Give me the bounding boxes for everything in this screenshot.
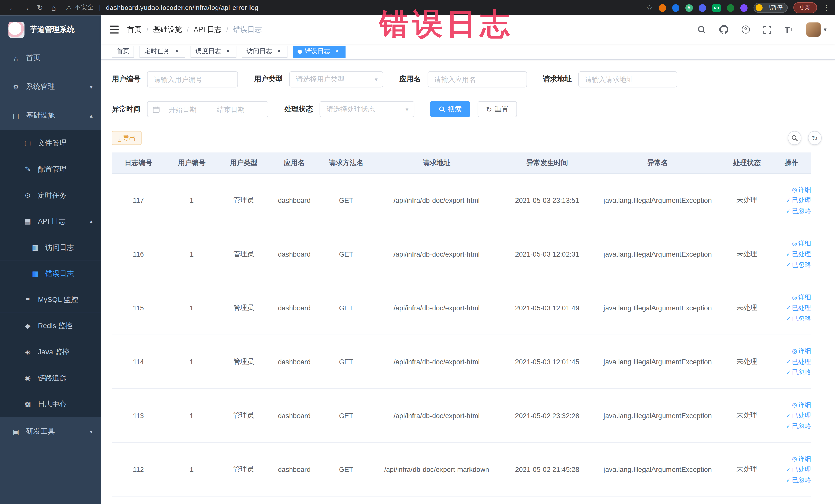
- sidebar-item-cron[interactable]: ⊙ 定时任务: [0, 182, 101, 208]
- user-avatar[interactable]: [806, 22, 821, 37]
- toggle-search-button[interactable]: [788, 131, 801, 145]
- detail-button[interactable]: ◎详细: [792, 185, 811, 194]
- font-size-icon[interactable]: TT: [785, 25, 793, 34]
- forward-icon[interactable]: →: [19, 3, 33, 12]
- mark-processed-button[interactable]: ✓已处理: [786, 249, 811, 259]
- mark-processed-button[interactable]: ✓已处理: [786, 303, 811, 312]
- sidebar-toggle-icon[interactable]: [109, 26, 119, 34]
- extension-icon-purple[interactable]: [740, 4, 748, 12]
- tab-job-log[interactable]: 调度日志 ×: [191, 45, 237, 57]
- close-tab-icon[interactable]: ×: [276, 48, 283, 55]
- sidebar-item-dev-tools[interactable]: ▣ 研发工具 ▾: [0, 417, 101, 446]
- sidebar-item-redis[interactable]: ◆ Redis 监控: [0, 313, 101, 339]
- detail-button[interactable]: ◎详细: [792, 454, 811, 463]
- extension-icon-orange[interactable]: [659, 4, 666, 12]
- sidebar-item-label: 配置管理: [38, 164, 66, 174]
- mark-ignored-button[interactable]: ✓已忽略: [786, 314, 811, 323]
- mark-processed-button[interactable]: ✓已处理: [786, 411, 811, 420]
- home-icon[interactable]: ⌂: [47, 3, 61, 12]
- start-date-input[interactable]: [162, 105, 204, 114]
- cell-status: 未处理: [721, 249, 772, 259]
- app-logo-row[interactable]: 芋道管理系统: [0, 15, 101, 44]
- paused-badge[interactable]: 已暂停: [754, 3, 788, 13]
- tab-access-log[interactable]: 访问日志 ×: [242, 45, 287, 57]
- detail-button[interactable]: ◎详细: [792, 347, 811, 356]
- sidebar-item-system[interactable]: ⚙ 系统管理 ▾: [0, 73, 101, 101]
- close-tab-icon[interactable]: ×: [173, 48, 180, 55]
- filter-row-2: 异常时间 - 处理状态 请选择处理状态: [112, 101, 822, 117]
- refresh-table-button[interactable]: ↻: [808, 131, 822, 145]
- chevron-icon: ▴: [90, 218, 93, 225]
- mark-ignored-button[interactable]: ✓已忽略: [786, 260, 811, 269]
- detail-button[interactable]: ◎详细: [792, 293, 811, 302]
- back-icon[interactable]: ←: [5, 3, 19, 12]
- cell-exception-time: 2021-05-03 12:01:49: [501, 304, 594, 312]
- cell-log-id: 117: [112, 196, 165, 204]
- close-tab-icon[interactable]: ×: [224, 48, 231, 55]
- sidebar-item-trace[interactable]: ◉ 链路追踪: [0, 365, 101, 391]
- mark-processed-button[interactable]: ✓已处理: [786, 357, 811, 366]
- trace-icon: ◉: [23, 374, 32, 382]
- address-bar[interactable]: dashboard.yudao.iocoder.cn/infra/log/api…: [106, 4, 259, 12]
- cell-actions: ◎详细 ✓已处理 ✓已忽略: [772, 185, 811, 216]
- breadcrumb-item[interactable]: 首页: [127, 25, 142, 34]
- mark-ignored-button[interactable]: ✓已忽略: [786, 368, 811, 377]
- sidebar-item-config[interactable]: ✎ 配置管理: [0, 156, 101, 182]
- tab-home[interactable]: 首页 ×: [112, 45, 134, 57]
- app-name-input[interactable]: [427, 72, 527, 87]
- github-icon[interactable]: [719, 25, 729, 34]
- extension-icon-on-badge[interactable]: on: [712, 4, 721, 12]
- mark-processed-button[interactable]: ✓已处理: [786, 465, 811, 474]
- mark-ignored-button[interactable]: ✓已忽略: [786, 422, 811, 430]
- user-id-input[interactable]: [147, 72, 238, 87]
- update-button[interactable]: 更新: [793, 2, 817, 13]
- sidebar-item-api-log[interactable]: ▦ API 日志 ▴: [0, 208, 101, 235]
- user-menu[interactable]: ▾: [806, 22, 827, 37]
- extension-icon-indigo[interactable]: [699, 4, 706, 12]
- cell-method: GET: [320, 411, 373, 420]
- detail-button[interactable]: ◎详细: [792, 239, 811, 248]
- breadcrumb-item[interactable]: API 日志: [194, 25, 222, 34]
- extension-icon-green[interactable]: [727, 4, 734, 12]
- user-type-select[interactable]: 请选择用户类型 ▾: [289, 72, 384, 87]
- sidebar-item-java[interactable]: ◈ Java 监控: [0, 339, 101, 365]
- breadcrumb-item[interactable]: 基础设施: [153, 25, 182, 34]
- mark-ignored-button[interactable]: ✓已忽略: [786, 476, 811, 484]
- tab-cron[interactable]: 定时任务 ×: [140, 45, 185, 57]
- browser-menu-icon[interactable]: ⋮: [823, 4, 830, 12]
- bookmark-star-icon[interactable]: ☆: [646, 3, 653, 12]
- search-icon[interactable]: [697, 25, 707, 34]
- sidebar-item-mysql[interactable]: ≡ MySQL 监控: [0, 286, 101, 313]
- cell-method: GET: [320, 465, 373, 473]
- mark-ignored-button[interactable]: ✓已忽略: [786, 206, 811, 216]
- search-button[interactable]: 搜索: [430, 101, 470, 117]
- mark-processed-button[interactable]: ✓已处理: [786, 196, 811, 205]
- sidebar-item-access-log[interactable]: ▥ 访问日志: [0, 235, 101, 261]
- security-chip[interactable]: ⚠ 不安全: [66, 3, 94, 12]
- sidebar-item-home[interactable]: ⌂ 首页: [0, 44, 101, 73]
- reset-button[interactable]: ↻ 重置: [478, 101, 517, 117]
- reload-icon[interactable]: ↻: [33, 3, 47, 12]
- exception-time-range-picker[interactable]: -: [147, 101, 268, 117]
- end-date-input[interactable]: [210, 105, 251, 114]
- help-icon[interactable]: ?: [741, 26, 750, 34]
- sidebar-item-log-center[interactable]: ▩ 日志中心: [0, 391, 101, 417]
- fullscreen-icon[interactable]: [762, 25, 772, 34]
- app-name-label: 应用名: [400, 75, 421, 84]
- sidebar-item-error-log[interactable]: ▥ 错误日志: [0, 260, 101, 286]
- tab-error-log[interactable]: 错误日志 ×: [293, 45, 346, 57]
- export-button[interactable]: ↓ 导出: [112, 131, 141, 145]
- request-url-input[interactable]: [578, 72, 677, 87]
- breadcrumb-item[interactable]: 错误日志: [233, 25, 262, 34]
- extension-icon-vue[interactable]: V: [685, 4, 693, 12]
- detail-button[interactable]: ◎详细: [792, 400, 811, 409]
- extension-icon-blue[interactable]: [672, 4, 679, 12]
- log-center-icon: ▩: [23, 400, 32, 408]
- process-status-select[interactable]: 请选择处理状态 ▾: [320, 101, 414, 117]
- cell-status: 未处理: [721, 411, 772, 420]
- sidebar-item-file[interactable]: ▢ 文件管理: [0, 130, 101, 156]
- close-tab-icon[interactable]: ×: [333, 48, 341, 55]
- cell-log-id: 115: [112, 304, 165, 312]
- page-content: 用户编号 用户类型 请选择用户类型 ▾ 应用名: [101, 60, 835, 504]
- sidebar-item-infra[interactable]: ▤ 基础设施 ▴: [0, 101, 101, 130]
